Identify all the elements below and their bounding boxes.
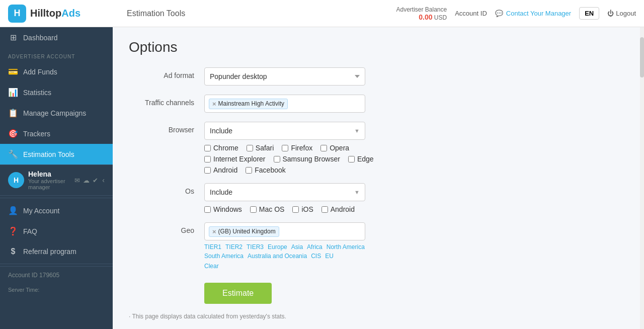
geo-australia-oceania[interactable]: Australia and Oceania xyxy=(248,253,307,260)
estimate-control: Estimate xyxy=(204,279,272,304)
sidebar-item-referral[interactable]: $ Referral program xyxy=(0,241,113,262)
geo-control: × (GB) United Kingdom TIER1 TIER2 TIER3 … xyxy=(204,222,385,270)
ad-format-select[interactable]: Popunder desktop xyxy=(204,67,365,86)
sidebar-item-trackers[interactable]: 🎯 Trackers xyxy=(0,123,113,144)
geo-shortcuts: TIER1 TIER2 TIER3 Europe Asia Africa Nor… xyxy=(204,243,385,260)
manager-contact-icons: ✉ ☁ ✔ xyxy=(74,177,98,184)
edge-checkbox[interactable] xyxy=(348,156,355,162)
sidebar-item-my-account[interactable]: 👤 My Account xyxy=(0,200,113,221)
sidebar-item-label: Dashboard xyxy=(23,34,58,42)
balance-label: Advertiser Balance xyxy=(396,6,447,13)
browser-safari[interactable]: Safari xyxy=(247,144,274,152)
os-android[interactable]: Android xyxy=(321,205,355,213)
browser-ie[interactable]: Internet Explorer xyxy=(204,155,266,163)
ie-checkbox[interactable] xyxy=(204,156,211,162)
sidebar-item-add-funds[interactable]: 💳 Add Funds xyxy=(0,61,113,82)
browser-samsung[interactable]: Samsung Browser xyxy=(274,155,340,163)
telegram-icon[interactable]: ✔ xyxy=(93,177,98,184)
windows-checkbox[interactable] xyxy=(204,206,211,213)
os-dropdown-arrow: ▼ xyxy=(354,189,360,195)
manager-role: Your advertiser manager xyxy=(28,178,68,190)
sidebar-item-estimation-tools[interactable]: 🔧 Estimation Tools xyxy=(0,144,113,164)
sidebar-item-dashboard[interactable]: ⊞ Dashboard xyxy=(0,27,113,48)
ad-format-label: Ad format xyxy=(129,67,204,79)
logout-label: Logout xyxy=(616,10,636,17)
browser-android[interactable]: Android xyxy=(204,166,237,174)
email-icon[interactable]: ✉ xyxy=(74,177,80,184)
remove-tag-button[interactable]: × xyxy=(212,100,216,108)
sidebar-item-manage-campaigns[interactable]: 📋 Manage Campaigns xyxy=(0,103,113,123)
sidebar-item-label: Statistics xyxy=(23,89,51,97)
topbar-right: Advertiser Balance 0.00 USD Account ID 💬… xyxy=(396,6,636,21)
ios-checkbox[interactable] xyxy=(292,206,299,213)
android-browser-checkbox[interactable] xyxy=(204,167,211,174)
chrome-checkbox[interactable] xyxy=(204,145,211,151)
android-os-checkbox[interactable] xyxy=(321,206,328,213)
sidebar-item-faq[interactable]: ❓ FAQ xyxy=(0,221,113,241)
geo-tag: × (GB) United Kingdom xyxy=(209,226,279,237)
browser-chrome[interactable]: Chrome xyxy=(204,144,238,152)
sidebar-item-label: Trackers xyxy=(23,130,50,138)
facebook-checkbox[interactable] xyxy=(246,167,252,174)
browser-firefox[interactable]: Firefox xyxy=(282,144,312,152)
geo-row: Geo × (GB) United Kingdom TIER1 TIER2 TI… xyxy=(129,222,628,270)
os-windows[interactable]: Windows xyxy=(204,205,242,213)
estimate-row: Estimate xyxy=(129,279,628,304)
samsung-checkbox[interactable] xyxy=(274,156,280,162)
browser-facebook[interactable]: Facebook xyxy=(246,166,285,174)
estimate-button[interactable]: Estimate xyxy=(204,283,272,304)
campaigns-icon: 📋 xyxy=(8,108,18,118)
remove-geo-tag-button[interactable]: × xyxy=(212,228,216,235)
os-ios[interactable]: iOS xyxy=(292,205,313,213)
language-button[interactable]: EN xyxy=(579,7,599,20)
sidebar-collapse-button[interactable]: ‹ xyxy=(102,176,105,184)
geo-asia[interactable]: Asia xyxy=(291,243,303,251)
faq-icon: ❓ xyxy=(8,226,18,236)
geo-text-input[interactable] xyxy=(281,226,361,236)
traffic-channel-tag: × Mainstream High Activity xyxy=(209,99,288,109)
balance-value: 0.00 USD xyxy=(396,13,447,21)
geo-tier1[interactable]: TIER1 xyxy=(204,243,221,251)
os-include-label: Include xyxy=(210,188,232,196)
geo-tier3[interactable]: TIER3 xyxy=(247,243,264,251)
browser-edge[interactable]: Edge xyxy=(348,155,374,163)
sidebar-item-statistics[interactable]: 📊 Statistics xyxy=(0,82,113,103)
logout-button[interactable]: ⏻ Logout xyxy=(607,10,636,17)
geo-europe[interactable]: Europe xyxy=(268,243,287,251)
sidebar-item-label: Estimation Tools xyxy=(23,150,74,158)
macos-checkbox[interactable] xyxy=(250,206,257,213)
browser-opera[interactable]: Opera xyxy=(320,144,349,152)
opera-checkbox[interactable] xyxy=(320,145,327,151)
traffic-channels-control: × Mainstream High Activity xyxy=(204,95,365,113)
sidebar-item-label: FAQ xyxy=(23,227,37,235)
logo-icon: H xyxy=(8,5,26,23)
contact-manager-label: Contact Your Manager xyxy=(506,10,571,17)
manager-info: Helena Your advertiser manager xyxy=(28,170,68,190)
geo-tag-input[interactable]: × (GB) United Kingdom xyxy=(204,222,365,240)
scrollbar-track[interactable] xyxy=(640,27,644,329)
os-include-select[interactable]: Include ▼ xyxy=(204,183,365,201)
referral-icon: $ xyxy=(8,247,18,256)
geo-africa[interactable]: Africa xyxy=(307,243,323,251)
geo-tier2[interactable]: TIER2 xyxy=(225,243,243,251)
statistics-icon: 📊 xyxy=(8,88,18,97)
my-account-icon: 👤 xyxy=(8,206,18,215)
traffic-channels-tag-input[interactable]: × Mainstream High Activity xyxy=(204,95,365,113)
browser-dropdown-arrow: ▼ xyxy=(354,128,360,134)
sidebar-item-label: Referral program xyxy=(23,248,76,256)
geo-south-america[interactable]: South America xyxy=(204,253,244,260)
geo-cis[interactable]: CIS xyxy=(311,253,321,260)
geo-clear-button[interactable]: Clear xyxy=(204,263,219,270)
geo-north-america[interactable]: North America xyxy=(327,243,365,251)
topbar: H HilltopAds Estimation Tools Advertiser… xyxy=(0,0,644,27)
geo-eu[interactable]: EU xyxy=(325,253,334,260)
os-macos[interactable]: Mac OS xyxy=(250,205,285,213)
scrollbar-thumb[interactable] xyxy=(640,37,644,77)
sidebar-item-label: My Account xyxy=(23,207,59,215)
browser-include-select[interactable]: Include ▼ xyxy=(204,122,365,140)
main-layout: ⊞ Dashboard ADVERTISER ACCOUNT 💳 Add Fun… xyxy=(0,27,644,329)
contact-manager-button[interactable]: 💬 Contact Your Manager xyxy=(495,10,571,17)
firefox-checkbox[interactable] xyxy=(282,145,288,151)
safari-checkbox[interactable] xyxy=(247,145,253,151)
skype-icon[interactable]: ☁ xyxy=(83,177,90,184)
